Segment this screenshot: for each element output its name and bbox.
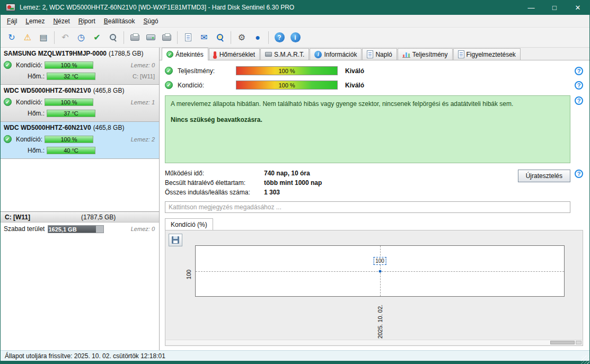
start-stop-value: 1 303: [264, 189, 280, 196]
tab-alerts[interactable]: Figyelmeztetések: [453, 48, 521, 60]
help-icon[interactable]: ?: [575, 67, 583, 75]
report-icon[interactable]: [180, 30, 196, 46]
condition-label: Kondíció:: [12, 99, 45, 106]
chart-scrollbar[interactable]: [166, 340, 582, 345]
disk-size: (465,8 GB): [93, 87, 125, 94]
menubar: Fájl Lemez Nézet Riport Beállítások Súgó: [1, 15, 589, 28]
condition-rating: Kiváló: [345, 82, 364, 89]
chart-x-tick: 2025. 10. 02.: [377, 305, 383, 339]
condition-bar: 100 %: [45, 61, 93, 69]
retest-button[interactable]: Újratesztelés: [518, 170, 570, 182]
refresh-icon[interactable]: ↻: [4, 30, 20, 46]
chart-data-point: [378, 270, 381, 272]
disk-tools-icon[interactable]: [143, 30, 158, 46]
tab-overview[interactable]: ✓ Áttekintés: [162, 48, 208, 60]
disk-entry-2-selected[interactable]: WDC WD5000HHTZ-60N21V0 (465,8 GB) ✓ Kond…: [1, 122, 159, 159]
chart-tab-condition[interactable]: Kondíció (%): [165, 218, 213, 230]
ok-icon: ✓: [4, 135, 12, 143]
disk-quick-test-icon[interactable]: ◷: [73, 30, 89, 46]
power-on-time-value: 740 nap, 10 óra: [264, 170, 310, 177]
page-icon: [458, 50, 464, 58]
chart-point-label: 100: [373, 257, 386, 265]
printer-icon[interactable]: [127, 30, 143, 46]
settings-gear-icon[interactable]: ⚙: [234, 30, 250, 46]
health-status-advice: Nincs szükség beavatkozásra.: [171, 116, 565, 123]
lifetime-value: több mint 1000 nap: [264, 179, 322, 187]
disk-seek-icon[interactable]: [105, 30, 121, 46]
disk-name: WDC WD5000HHTZ-60N21V0: [4, 87, 91, 94]
resize-grip[interactable]: [581, 356, 589, 364]
partition-disk-index: Lemez: 0: [131, 226, 156, 232]
page-icon: [367, 50, 373, 58]
disk-ok-icon[interactable]: ✔: [89, 30, 105, 46]
temp-bar: 32 °C: [47, 73, 95, 80]
health-status-box: A merevlemez állapota hibátlan. Nem talá…: [165, 95, 570, 163]
tab-temperature[interactable]: Hőmérséklet: [209, 48, 260, 60]
toolbar-separator: [54, 31, 55, 44]
minimize-button[interactable]: —: [519, 0, 543, 15]
tab-performance[interactable]: Teljesítmény: [398, 48, 453, 60]
free-space-label: Szabad terület: [4, 225, 45, 233]
temp-bar: 40 °C: [47, 147, 95, 154]
chart-scrollbar-thumb[interactable]: [550, 341, 575, 344]
disk-entry-0[interactable]: SAMSUNG MZQLW1T9HMJP-0000 (1788,5 GB) ✓ …: [1, 48, 159, 85]
save-chart-button[interactable]: [169, 234, 182, 246]
performance-rating: Kiváló: [345, 67, 364, 75]
tab-log[interactable]: Napló: [362, 48, 397, 60]
condition-label: Kondíció:: [12, 136, 45, 143]
info-icon: i: [314, 51, 322, 58]
temp-label: Hőm.:: [14, 73, 47, 80]
start-stop-label: Összes indulás/leállás száma:: [165, 189, 264, 196]
close-button[interactable]: ✕: [566, 0, 589, 15]
menu-report[interactable]: Riport: [74, 16, 100, 26]
disk-name: SAMSUNG MZQLW1T9HMJP-0000: [4, 50, 107, 57]
sidebar-gap: [1, 159, 159, 211]
chart-scrollbar-arrow[interactable]: [576, 341, 582, 344]
find-disk-icon[interactable]: [212, 30, 228, 46]
thermometer-icon: [214, 51, 216, 57]
performance-bar: 100 %: [236, 66, 338, 75]
disk-index: Lemez: 0: [131, 62, 156, 68]
help-icon[interactable]: ?: [575, 81, 583, 90]
disk-entry-1[interactable]: WDC WD5000HHTZ-60N21V0 (465,8 GB) ✓ Kond…: [1, 85, 159, 122]
condition-bar: 100 %: [45, 99, 93, 106]
lifetime-label: Becsült hátralévő élettartam:: [165, 179, 264, 187]
disk-size: (465,8 GB): [93, 124, 125, 131]
condition-bar: 100 %: [45, 136, 93, 143]
app-window: Lemez: 2, WDC WD5000HHTZ-60N21V0 [WD-WXF…: [0, 0, 590, 364]
email-icon[interactable]: ✉: [196, 30, 212, 46]
menu-file[interactable]: Fájl: [3, 16, 21, 26]
temp-label: Hőm.:: [14, 110, 47, 117]
app-icon: [6, 4, 15, 11]
statusbar: Állapot utoljára frissítve: 2025. 10. 02…: [1, 350, 589, 361]
tab-label: Teljesítmény: [412, 51, 448, 58]
disk-print-icon[interactable]: [158, 30, 174, 46]
condition-label: Kondíció:: [12, 61, 45, 69]
refresh-warning-icon[interactable]: ⚠: [20, 30, 36, 46]
undo-icon[interactable]: ↶: [57, 30, 73, 46]
info-icon[interactable]: i: [287, 30, 303, 46]
help-icon[interactable]: ?: [575, 96, 583, 105]
disk-surface-icon[interactable]: ▤: [36, 30, 51, 46]
toolbar-separator: [268, 31, 269, 44]
maximize-button[interactable]: □: [543, 0, 566, 15]
menu-settings[interactable]: Beállítások: [100, 16, 139, 26]
menu-view[interactable]: Nézet: [49, 16, 74, 26]
toolbar-separator: [177, 31, 178, 44]
toolbar: ↻ ⚠ ▤ ↶ ◷ ✔ ✉ ⚙ ● ? i: [1, 28, 589, 48]
menu-help[interactable]: Súgó: [139, 16, 162, 26]
help-icon[interactable]: ?: [575, 170, 583, 178]
help-icon[interactable]: ?: [271, 30, 287, 46]
ok-icon: ✓: [4, 61, 12, 69]
tab-information[interactable]: i Információk: [310, 48, 362, 60]
tab-smart[interactable]: S.M.A.R.T.: [260, 48, 309, 60]
performance-label: Teljesítmény:: [178, 67, 236, 75]
chart-y-tick: 100: [186, 269, 192, 279]
globe-icon[interactable]: ●: [250, 30, 266, 46]
comment-input[interactable]: [165, 201, 570, 213]
titlebar: Lemez: 2, WDC WD5000HHTZ-60N21V0 [WD-WXF…: [1, 0, 589, 15]
temp-bar: 37 °C: [47, 110, 95, 117]
menu-disk[interactable]: Lemez: [21, 16, 49, 26]
partition-header[interactable]: C: [W11] (1787,5 GB): [1, 211, 159, 223]
power-on-time-label: Működési idő:: [165, 170, 264, 177]
